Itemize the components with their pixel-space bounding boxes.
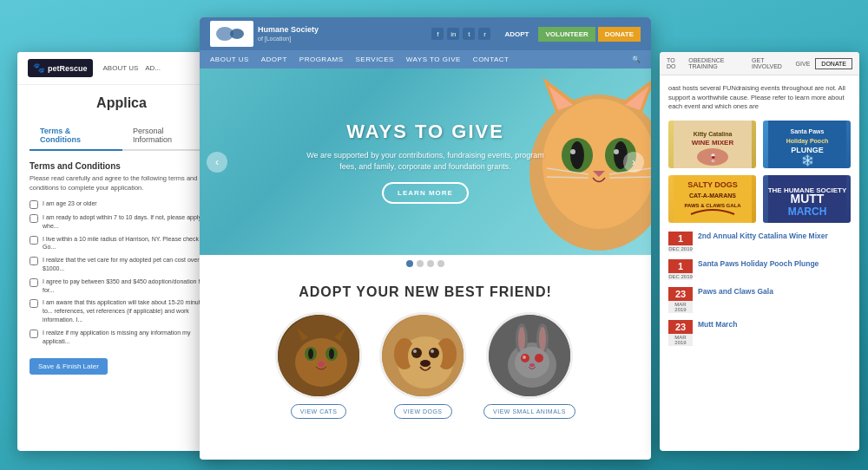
nav-search-icon[interactable]: 🔍 — [632, 55, 641, 63]
checkbox-missing[interactable] — [30, 330, 38, 338]
animals-row: VIEW CATS — [210, 312, 641, 419]
svg-text:SALTY DOGS: SALTY DOGS — [687, 180, 738, 189]
svg-text:🍷: 🍷 — [707, 153, 718, 163]
svg-point-49 — [529, 363, 535, 367]
checkbox-location-label: I live within a 10 mile radius of Harris… — [43, 235, 214, 252]
dot-2[interactable] — [417, 260, 424, 267]
humane-cta-buttons: ADOPT VOLUNTEER DONATE — [497, 27, 641, 42]
checkbox-item: I agree to pay between $350 and $450 ado… — [30, 277, 214, 295]
petrescue-logo-text: petRescue — [48, 64, 88, 73]
event-date-3: 23 MAR 2019 — [668, 287, 693, 313]
svg-text:Kitty Catalina: Kitty Catalina — [693, 131, 732, 138]
cat-item: VIEW CATS — [275, 312, 362, 419]
svg-point-28 — [318, 362, 325, 367]
event-month-4: MAR 2019 — [668, 334, 693, 346]
twitter-icon[interactable]: t — [463, 28, 475, 40]
nav-give[interactable]: GIVE — [796, 61, 811, 67]
adopt-title: ADOPT YOUR NEW BEST FRIEND! — [210, 284, 641, 300]
wine-mixer-logo[interactable]: Kitty Catalina WINE MIXER 🍷 — [668, 121, 756, 168]
small-animal-circle — [486, 312, 573, 399]
humane-topbar: Humane Society of [Location] f in t r AD… — [200, 17, 651, 50]
event-day-1: 1 — [668, 232, 693, 245]
rss-icon[interactable]: r — [478, 28, 490, 40]
donate-button[interactable]: DONATE — [598, 27, 641, 42]
checkbox-fee-label: I agree to pay between $350 and $450 ado… — [43, 277, 214, 295]
event-name-2[interactable]: Santa Paws Holiday Pooch Plunge — [698, 259, 851, 269]
svg-text:CAT-A-MARANS: CAT-A-MARANS — [689, 193, 736, 199]
events-topnav: TO DO OBEDIENCE TRAINING GET INVOLVED GI… — [660, 52, 859, 75]
rabbit-image — [489, 315, 570, 396]
hero-learn-more-button[interactable]: LEARN MORE — [382, 182, 469, 204]
cat-image — [278, 315, 359, 396]
nav-adopt[interactable]: ADOPT — [261, 55, 287, 63]
humane-logo-box — [210, 21, 253, 47]
svg-point-37 — [431, 349, 434, 353]
checkbox-item: I realize that the vet care for my adopt… — [30, 256, 214, 273]
dot-4[interactable] — [437, 260, 444, 267]
save-button[interactable]: Save & Finish Later — [30, 358, 108, 375]
event-row: 1 DEC 2019 2nd Annual Kitty Catalina Win… — [668, 232, 851, 252]
santa-paws-logo[interactable]: Santa Paws Holiday Pooch PLUNGE ❄️ — [763, 121, 851, 168]
dog-circle — [379, 312, 466, 399]
dog-item: VIEW DOGS — [379, 312, 466, 419]
svg-text:MUTT: MUTT — [790, 192, 824, 206]
nav-to-do[interactable]: TO DO — [667, 57, 683, 69]
event-date-2: 1 DEC 2019 — [668, 259, 693, 280]
svg-point-38 — [420, 360, 431, 367]
instagram-icon[interactable]: in — [447, 28, 459, 40]
checkbox-location[interactable] — [30, 236, 38, 245]
petrescue-logo: 🐾 petRescue — [28, 59, 93, 77]
svg-point-47 — [535, 354, 543, 362]
nav-about[interactable]: ABOUT US — [103, 64, 139, 72]
nav-about-us[interactable]: ABOUT US — [210, 55, 249, 63]
dot-3[interactable] — [427, 260, 434, 267]
svg-text:WINE MIXER: WINE MIXER — [691, 139, 733, 147]
application-title: Applica — [30, 95, 214, 111]
humane-panel: Humane Society of [Location] f in t r AD… — [200, 17, 651, 460]
nav-ways-to-give[interactable]: WAYS TO GIVE — [406, 55, 461, 63]
checkbox-age[interactable] — [30, 200, 38, 209]
hero-prev-button[interactable]: ‹ — [207, 152, 227, 173]
cat-circle — [275, 312, 362, 399]
hero-dots — [200, 255, 651, 272]
event-info-1: 2nd Annual Kitty Catalina Wine Mixer — [698, 232, 851, 241]
dot-1[interactable] — [406, 260, 413, 267]
salty-dogs-logo[interactable]: SALTY DOGS CAT-A-MARANS PAWS & CLAWS GAL… — [668, 175, 756, 223]
checkbox-item: I am ready to adopt within 7 to 10 days.… — [30, 213, 214, 231]
checkbox-fee[interactable] — [30, 278, 38, 287]
checkbox-time[interactable] — [30, 299, 38, 308]
checkbox-vet-label: I realize that the vet care for my adopt… — [43, 256, 214, 273]
svg-point-2 — [230, 29, 244, 39]
adopt-button[interactable]: ADOPT — [497, 27, 536, 42]
view-small-animals-button[interactable]: VIEW SMALL ANIMALS — [483, 404, 575, 419]
tab-terms[interactable]: Terms & Conditions — [30, 121, 122, 151]
checkbox-vet[interactable] — [30, 257, 38, 265]
nav-services[interactable]: SERVICES — [355, 55, 393, 63]
petrescue-panel: 🐾 petRescue ABOUT US AD... 🔍 Applica Ter… — [17, 52, 226, 451]
tabs-row: Terms & Conditions Personal Information — [30, 121, 214, 151]
event-name-1[interactable]: 2nd Annual Kitty Catalina Wine Mixer — [698, 232, 851, 241]
nav-contact[interactable]: CONTACT — [473, 55, 510, 63]
nav-ad[interactable]: AD... — [145, 64, 161, 72]
humane-logo-area: Humane Society of [Location] — [210, 21, 319, 47]
nav-get-involved[interactable]: GET INVOLVED — [752, 57, 791, 69]
facebook-icon[interactable]: f — [431, 28, 444, 40]
nav-obedience[interactable]: OBEDIENCE TRAINING — [688, 57, 746, 69]
volunteer-button[interactable]: VOLUNTEER — [538, 27, 595, 42]
checkbox-ready[interactable] — [30, 214, 38, 223]
hero-next-button[interactable]: › — [623, 152, 644, 173]
svg-point-34 — [411, 348, 422, 358]
view-cats-button[interactable]: VIEW CATS — [291, 404, 346, 419]
nav-programs[interactable]: PROGRAMS — [299, 55, 344, 63]
mutt-march-logo[interactable]: THE HUMANE SOCIETY MUTT MARCH — [763, 175, 851, 223]
hero-title: WAYS TO GIVE — [304, 121, 547, 143]
event-info-2: Santa Paws Holiday Pooch Plunge — [698, 259, 851, 269]
checkbox-item: I am aware that this application will ta… — [30, 298, 214, 323]
petrescue-header: 🐾 petRescue ABOUT US AD... 🔍 — [17, 52, 226, 85]
events-donate-button[interactable]: DONATE — [815, 58, 852, 69]
event-name-3[interactable]: Paws and Claws Gala — [698, 287, 851, 297]
hero-arrows: ‹ › — [200, 152, 651, 173]
terms-section: Terms and Conditions Please read careful… — [30, 161, 214, 345]
view-dogs-button[interactable]: VIEW DOGS — [394, 404, 452, 419]
event-name-4[interactable]: Mutt March — [698, 320, 851, 330]
